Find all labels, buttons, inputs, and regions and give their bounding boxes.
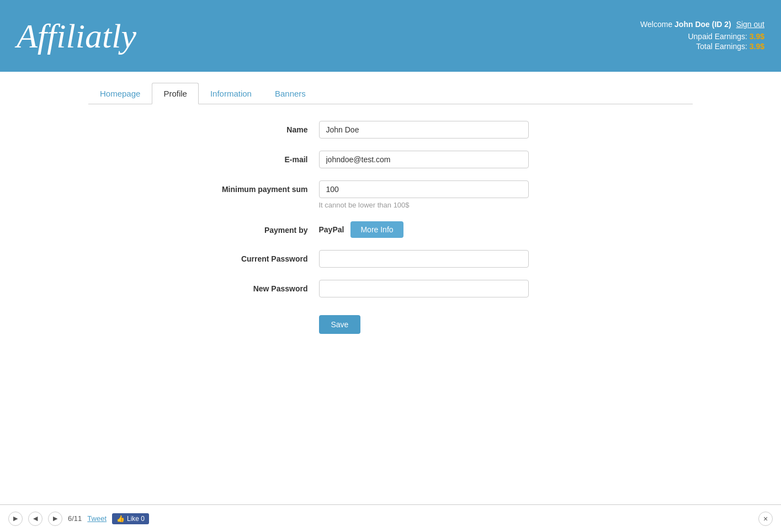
footer-bar: ▶ ◀ ▶ 6/11 Tweet 👍 Like 0 × [0,504,781,532]
min-payment-input[interactable] [319,180,529,198]
play-button[interactable]: ▶ [8,512,23,526]
sign-out-link[interactable]: Sign out [736,20,764,29]
tweet-link[interactable]: Tweet [87,514,107,523]
name-group: Name [198,121,584,139]
min-payment-hint: It cannot be lower than 100$ [319,201,584,209]
new-password-field-wrapper [319,280,584,297]
new-password-input[interactable] [319,280,529,297]
payment-method-text: PayPal [319,225,344,234]
email-group: E-mail [198,151,584,168]
email-field-wrapper [319,151,584,168]
unpaid-earnings-line: Unpaid Earnings: 3.9$ [640,32,764,41]
logo: Affiliatly [17,17,136,56]
header: Affiliatly Welcome John Doe (ID 2) Sign … [0,0,781,72]
total-earnings-label: Total Earnings: [696,42,747,51]
save-button[interactable]: Save [319,315,361,334]
tab-homepage[interactable]: Homepage [88,83,152,104]
close-footer-button[interactable]: × [758,512,773,526]
prev-button[interactable]: ◀ [28,512,42,526]
name-label: Name [198,121,319,134]
current-password-field-wrapper [319,250,584,268]
unpaid-earnings-label: Unpaid Earnings: [688,32,747,41]
like-label: Like 0 [127,515,145,523]
current-password-group: Current Password [198,250,584,268]
tab-information[interactable]: Information [199,83,263,104]
new-password-group: New Password [198,280,584,297]
email-input[interactable] [319,151,529,168]
min-payment-label: Minimum payment sum [198,180,319,194]
tabs-nav: Homepage Profile Information Banners [88,83,693,104]
header-right: Welcome John Doe (ID 2) Sign out Unpaid … [640,20,764,52]
welcome-text: Welcome [640,20,672,29]
total-earnings-value: 3.9$ [750,42,764,51]
payment-by-label: Payment by [198,221,319,235]
tab-banners[interactable]: Banners [263,83,317,104]
tab-profile[interactable]: Profile [152,83,199,104]
like-button[interactable]: 👍 Like 0 [112,513,149,524]
new-password-label: New Password [198,280,319,293]
unpaid-earnings-value: 3.9$ [750,32,764,41]
name-input[interactable] [319,121,529,139]
min-payment-group: Minimum payment sum It cannot be lower t… [198,180,584,209]
main-content: Homepage Profile Information Banners Nam… [0,72,781,504]
name-field-wrapper [319,121,584,139]
user-name: John Doe (ID 2) [674,20,731,29]
payment-by-field-wrapper: PayPal More Info [319,221,584,238]
current-password-label: Current Password [198,250,319,263]
email-label: E-mail [198,151,319,164]
profile-form: Name E-mail Minimum payment sum It canno… [198,121,584,334]
total-earnings-line: Total Earnings: 3.9$ [640,42,764,51]
more-info-button[interactable]: More Info [350,221,403,238]
slide-counter: 6/11 [68,514,82,523]
payment-row: PayPal More Info [319,221,584,238]
next-button[interactable]: ▶ [48,512,62,526]
payment-by-group: Payment by PayPal More Info [198,221,584,238]
min-payment-field-wrapper: It cannot be lower than 100$ [319,180,584,209]
welcome-line: Welcome John Doe (ID 2) Sign out [640,20,764,29]
current-password-input[interactable] [319,250,529,268]
like-icon: 👍 [116,515,125,523]
